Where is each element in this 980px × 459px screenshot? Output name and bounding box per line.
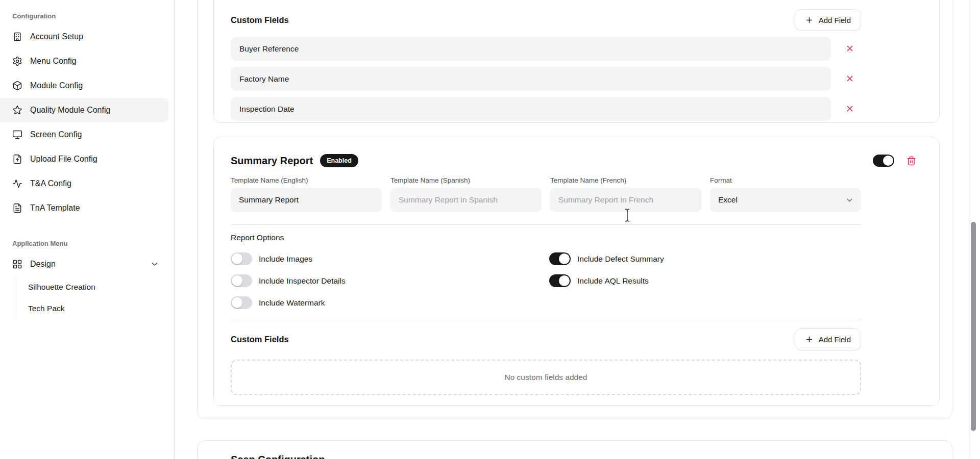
- sidebar-item-account-setup[interactable]: Account Setup: [0, 24, 168, 49]
- toggle-label: Include Images: [259, 254, 312, 264]
- sidebar-item-label: Quality Module Config: [30, 106, 110, 115]
- sidebar-subitem-tech-pack[interactable]: Tech Pack: [16, 298, 174, 319]
- field-label: Template Name (Spanish): [390, 176, 542, 184]
- chevron-down-icon: [845, 196, 854, 205]
- main-content: Custom Fields Add Field Buyer Reference …: [175, 0, 980, 459]
- file-upload-icon: [12, 154, 22, 164]
- custom-field-row: Buyer Reference: [231, 37, 861, 61]
- activity-icon: [12, 178, 22, 189]
- sidebar-item-label: Screen Config: [30, 130, 82, 139]
- sidebar-item-label: Module Config: [30, 81, 83, 90]
- enabled-badge: Enabled: [320, 154, 358, 167]
- remove-field-button[interactable]: [845, 74, 855, 84]
- config-section-container: Custom Fields Add Field Buyer Reference …: [197, 0, 952, 419]
- include-aql-results-toggle[interactable]: [549, 274, 571, 287]
- remove-field-button[interactable]: [845, 44, 855, 54]
- include-inspector-details-toggle[interactable]: [231, 274, 252, 287]
- summary-report-card: Summary Report Enabled Template Name (En…: [213, 137, 940, 406]
- summary-report-title: Summary Report: [231, 155, 313, 167]
- toggle-knob: [883, 156, 893, 166]
- report-custom-fields-title: Custom Fields: [231, 335, 289, 344]
- grid-icon: [12, 259, 22, 269]
- custom-fields-title: Custom Fields: [231, 15, 289, 25]
- sidebar: Configuration Account Setup Menu Config …: [0, 0, 175, 459]
- sidebar-item-label: Upload File Config: [30, 155, 97, 164]
- toggle-row-include-aql-results: Include AQL Results: [549, 274, 861, 287]
- sidebar-item-quality-module-config[interactable]: Quality Module Config: [0, 98, 168, 122]
- toggle-knob: [232, 297, 242, 308]
- template-name-spanish-input[interactable]: [390, 188, 542, 212]
- remove-field-button[interactable]: [845, 104, 855, 114]
- toggle-knob: [559, 253, 570, 264]
- template-field-spanish: Template Name (Spanish): [390, 176, 542, 212]
- field-label: Format: [710, 176, 861, 184]
- gear-icon: [12, 56, 22, 66]
- custom-field-value[interactable]: Buyer Reference: [231, 37, 831, 61]
- include-watermark-toggle[interactable]: [231, 296, 252, 309]
- package-icon: [12, 81, 22, 91]
- custom-field-row: Factory Name: [231, 67, 861, 91]
- x-icon: [845, 104, 854, 113]
- star-icon: [12, 105, 22, 115]
- report-enabled-toggle[interactable]: [873, 155, 894, 167]
- next-section-title: Scan Configuration: [231, 454, 952, 459]
- sidebar-item-module-config[interactable]: Module Config: [0, 73, 168, 98]
- file-text-icon: [12, 203, 22, 213]
- sidebar-item-design[interactable]: Design: [0, 252, 168, 276]
- design-subnav: Silhouette Creation Tech Pack: [16, 276, 174, 319]
- format-select-value: Excel: [718, 195, 738, 205]
- toggle-row-include-watermark: Include Watermark: [231, 296, 549, 309]
- divider: [231, 224, 861, 225]
- custom-fields-card: Custom Fields Add Field Buyer Reference …: [213, 0, 940, 123]
- custom-field-value[interactable]: Factory Name: [231, 67, 831, 91]
- scrollbar-thumb[interactable]: [971, 222, 976, 431]
- no-custom-fields-placeholder: No custom fields added: [231, 360, 861, 395]
- format-select[interactable]: Excel: [710, 188, 861, 212]
- template-field-english: Template Name (English): [231, 176, 382, 212]
- sidebar-item-upload-file-config[interactable]: Upload File Config: [0, 147, 168, 171]
- divider: [231, 320, 861, 320]
- toggle-row-include-inspector-details: Include Inspector Details: [231, 274, 549, 287]
- toggle-label: Include AQL Results: [577, 276, 649, 286]
- include-images-toggle[interactable]: [231, 252, 252, 265]
- x-icon: [845, 44, 854, 53]
- toggle-label: Include Inspector Details: [259, 276, 346, 286]
- add-field-button[interactable]: Add Field: [795, 328, 861, 350]
- sidebar-item-label: T&A Config: [30, 179, 71, 188]
- toggle-knob: [232, 253, 242, 264]
- plus-icon: [805, 16, 814, 24]
- report-options-title: Report Options: [231, 233, 861, 242]
- format-field: Format Excel: [710, 176, 861, 212]
- sidebar-section-label-configuration: Configuration: [12, 12, 174, 20]
- custom-field-row: Inspection Date: [231, 97, 861, 121]
- plus-icon: [805, 335, 814, 344]
- sidebar-item-label: Menu Config: [30, 57, 77, 66]
- toggle-label: Include Watermark: [259, 298, 325, 308]
- sidebar-subitem-silhouette-creation[interactable]: Silhouette Creation: [16, 276, 174, 298]
- template-name-english-input[interactable]: [231, 188, 382, 212]
- toggle-label: Include Defect Summary: [577, 254, 664, 264]
- toggle-row-include-images: Include Images: [231, 252, 549, 265]
- toggle-knob: [559, 275, 570, 286]
- toggle-knob: [232, 275, 242, 286]
- monitor-icon: [12, 130, 22, 140]
- toggle-row-include-defect-summary: Include Defect Summary: [549, 252, 861, 265]
- add-field-button[interactable]: Add Field: [795, 9, 861, 31]
- custom-field-value[interactable]: Inspection Date: [231, 97, 831, 121]
- sidebar-item-label: TnA Template: [30, 203, 80, 213]
- template-field-french: Template Name (French): [550, 176, 701, 212]
- trash-icon: [906, 156, 916, 166]
- sidebar-item-tna-template[interactable]: TnA Template: [0, 196, 168, 220]
- sidebar-item-screen-config[interactable]: Screen Config: [0, 122, 168, 147]
- include-defect-summary-toggle[interactable]: [549, 252, 571, 265]
- sidebar-item-menu-config[interactable]: Menu Config: [0, 49, 168, 73]
- field-label: Template Name (English): [231, 176, 382, 184]
- field-label: Template Name (French): [550, 176, 701, 184]
- delete-report-button[interactable]: [906, 156, 916, 166]
- sidebar-item-label: Account Setup: [30, 32, 83, 41]
- sidebar-section-label-application-menu: Application Menu: [12, 240, 174, 247]
- sidebar-item-ta-config[interactable]: T&A Config: [0, 171, 168, 196]
- building-icon: [12, 32, 22, 42]
- text-cursor: [624, 208, 631, 224]
- chevron-down-icon[interactable]: [150, 260, 159, 269]
